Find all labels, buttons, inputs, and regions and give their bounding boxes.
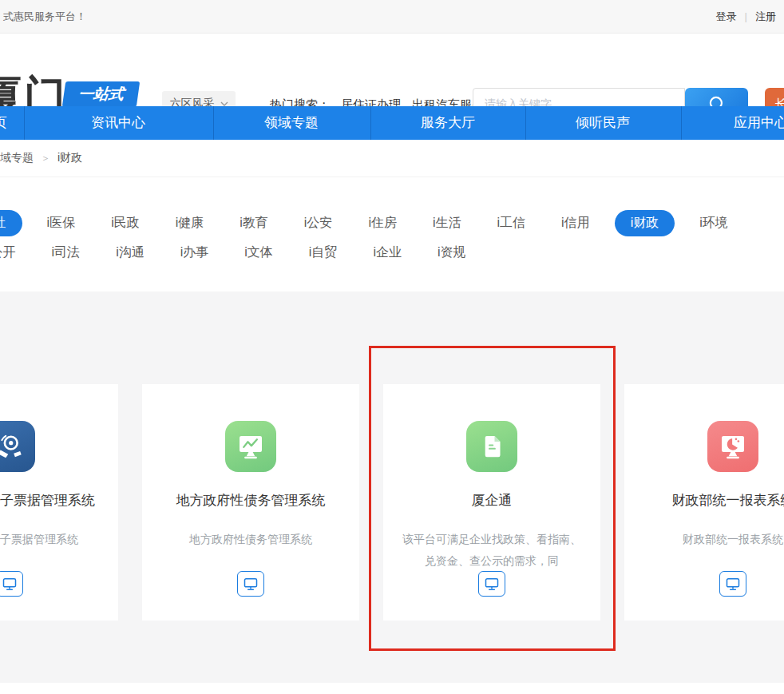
app-card-subtitle: 该平台可满足企业找政策、看指南、兑资金、查公示的需求，同 (383, 529, 600, 571)
launch-app-button[interactable] (719, 571, 746, 597)
tag-i企业[interactable]: i企业 (373, 244, 402, 261)
app-card[interactable]: 地方政府性债务管理系统 地方政府性债务管理系统 (142, 384, 359, 621)
nav-divider (525, 106, 526, 140)
nav-item-0[interactable]: 首页 (0, 106, 7, 140)
tag-i公开[interactable]: i公开 (0, 244, 16, 261)
main-nav: 首页资讯中心领域专题服务大厅倾听民声应用中心 (0, 106, 784, 140)
app-card-title: 地方政府性债务管理系统 (176, 491, 326, 510)
nav-divider (213, 106, 214, 140)
site-header: 厦门 一站式 惠民服务平台 六区风采 热门搜索： 居住证办理出租汽车服务 长 (0, 34, 784, 106)
launch-app-button[interactable] (237, 571, 264, 597)
bottom-strip (0, 683, 784, 694)
monitor-icon (725, 577, 741, 592)
badge-line1: 一站式 (62, 81, 140, 107)
breadcrumb-current: i财政 (57, 151, 82, 165)
nav-item-3[interactable]: 服务大厅 (421, 106, 475, 140)
tag-i教育[interactable]: i教育 (240, 215, 268, 232)
app-card-title: 厦企通 (472, 491, 513, 510)
tag-i办事[interactable]: i办事 (180, 244, 209, 261)
nav-item-2[interactable]: 领域专题 (264, 106, 319, 140)
nav-divider (370, 106, 371, 140)
monitor-icon (2, 577, 18, 592)
tag-i信用[interactable]: i信用 (561, 215, 590, 232)
topic-tags: i人社i医保i民政i健康i教育i公安i住房i生活i工信i信用i财政i环境 i公开… (0, 177, 784, 291)
tag-row-2: i公开i司法i沟通i办事i文体i自贸i企业i资规 (0, 239, 784, 266)
tag-i健康[interactable]: i健康 (176, 215, 204, 232)
login-link[interactable]: 登录 (716, 10, 737, 24)
app-cards-section: 子票据管理系统 子票据管理系统 地方政府性债务管理系统 地方政府性债务管理系统 … (0, 291, 784, 683)
welcome-text: 式惠民服务平台！ (3, 10, 86, 24)
register-link[interactable]: 注册 (755, 10, 776, 24)
nav-item-5[interactable]: 应用中心 (734, 106, 784, 140)
tag-i资规[interactable]: i资规 (438, 244, 466, 261)
monitor-pie-icon (707, 421, 758, 472)
nav-divider (681, 106, 682, 140)
tag-i民政[interactable]: i民政 (111, 215, 140, 232)
nav-divider (24, 106, 25, 140)
app-card-subtitle: 地方政府性债务管理系统 (172, 529, 330, 550)
auth-divider: | (745, 10, 747, 22)
monitor-chart-icon (225, 421, 276, 472)
breadcrumb-bar: 领域专题 ＞ i财政 (0, 140, 784, 177)
tag-i沟通[interactable]: i沟通 (116, 244, 145, 261)
tag-i生活[interactable]: i生活 (433, 215, 461, 232)
breadcrumb: 领域专题 ＞ i财政 (0, 151, 82, 165)
app-card[interactable]: 厦企通 该平台可满足企业找政策、看指南、兑资金、查公示的需求，同 (383, 384, 600, 621)
app-card-title: 财政部统一报表系统 (672, 491, 784, 510)
app-card[interactable]: 子票据管理系统 子票据管理系统 (0, 384, 118, 621)
chevron-down-icon (220, 101, 228, 106)
tag-i文体[interactable]: i文体 (244, 244, 273, 261)
monitor-icon (484, 577, 500, 592)
tag-i人社[interactable]: i人社 (0, 210, 22, 236)
tag-i环境[interactable]: i环境 (699, 215, 728, 232)
nav-item-1[interactable]: 资讯中心 (91, 106, 145, 140)
launch-app-button[interactable] (0, 571, 23, 597)
tag-i自贸[interactable]: i自贸 (309, 244, 338, 261)
breadcrumb-parent[interactable]: 领域专题 (0, 151, 34, 165)
tag-i住房[interactable]: i住房 (368, 215, 397, 232)
document-icon (466, 421, 517, 472)
auth-links: 登录 | 注册 (716, 10, 776, 24)
tag-i医保[interactable]: i医保 (47, 215, 76, 232)
app-card-subtitle: 财政部统一报表系统 (665, 529, 784, 550)
app-card-title: 子票据管理系统 (0, 491, 95, 510)
nav-item-4[interactable]: 倾听民声 (576, 106, 630, 140)
tag-i公安[interactable]: i公安 (304, 215, 333, 232)
invoice-seal-icon (0, 421, 35, 472)
tag-i工信[interactable]: i工信 (497, 215, 526, 232)
app-card[interactable]: 财政部统一报表系统 财政部统一报表系统 (624, 384, 784, 621)
tag-i司法[interactable]: i司法 (52, 244, 81, 261)
monitor-icon (243, 577, 259, 592)
launch-app-button[interactable] (478, 571, 505, 597)
tag-row-1: i人社i医保i民政i健康i教育i公安i住房i生活i工信i信用i财政i环境 (0, 209, 784, 236)
app-card-subtitle: 子票据管理系统 (0, 529, 78, 550)
app-card-list: 子票据管理系统 子票据管理系统 地方政府性债务管理系统 地方政府性债务管理系统 … (0, 384, 784, 621)
tag-i财政[interactable]: i财政 (615, 210, 675, 236)
top-utility-bar: 式惠民服务平台！ 登录 | 注册 (0, 0, 784, 34)
breadcrumb-separator-icon: ＞ (41, 152, 50, 165)
